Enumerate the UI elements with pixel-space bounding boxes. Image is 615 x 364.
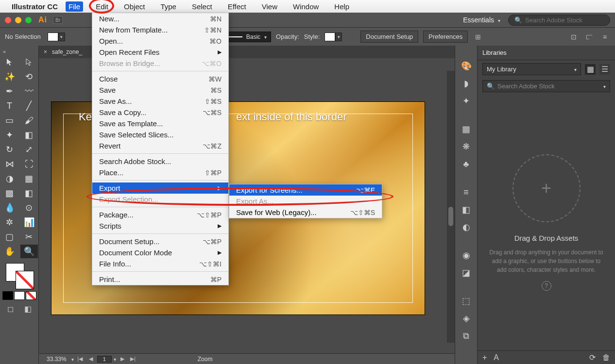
bridge-icon[interactable]: Br <box>53 16 63 24</box>
chevron-down-icon[interactable] <box>71 356 74 363</box>
close-tab-icon[interactable]: × <box>44 49 47 55</box>
gradient-tool[interactable]: ◧ <box>20 186 38 200</box>
menubar-item-type[interactable]: Type <box>157 1 179 12</box>
perspective-tool[interactable]: ▦ <box>20 172 38 185</box>
draw-normal-icon[interactable]: ◻ <box>2 303 19 314</box>
shaper-tool[interactable]: ✦ <box>1 128 18 142</box>
transparency-panel-icon[interactable]: ◐ <box>460 221 473 233</box>
search-input[interactable] <box>525 17 607 24</box>
artboards-panel-icon[interactable]: ⧉ <box>460 330 473 342</box>
zoom-tool[interactable]: 🔍 <box>20 245 38 258</box>
menu-item-document-color-mode[interactable]: Document Color Mode▶ <box>92 247 228 258</box>
menubar-item-file[interactable]: File <box>66 1 83 12</box>
color-guide-panel-icon[interactable]: ◗ <box>460 78 473 89</box>
menu-item-open-recent-files[interactable]: Open Recent Files▶ <box>92 47 228 58</box>
asset-export-panel-icon[interactable]: ◈ <box>460 313 473 324</box>
symbol-sprayer-tool[interactable]: ✲ <box>1 215 18 229</box>
cloud-sync-icon[interactable]: ⟳ <box>589 353 596 362</box>
library-drop-zone[interactable]: + Drag & Drop Assets Drag and drop anyth… <box>478 94 615 350</box>
color-panel-icon[interactable]: 🎨 <box>460 60 473 72</box>
width-tool[interactable]: ⋈ <box>1 157 18 171</box>
library-search[interactable]: 🔍 Search Adobe Stock <box>482 80 610 92</box>
document-setup-button[interactable]: Document Setup <box>360 31 418 43</box>
first-artboard-icon[interactable]: |◀ <box>76 356 85 362</box>
submenu-item-save-for-web-legacy[interactable]: Save for Web (Legacy)...⌥⇧⌘S <box>229 207 382 218</box>
mesh-tool[interactable]: ▩ <box>1 186 18 200</box>
menu-item-save[interactable]: Save⌘S <box>92 84 228 96</box>
direct-selection-tool[interactable] <box>20 55 38 69</box>
lasso-tool[interactable]: ⟲ <box>20 70 38 83</box>
options-icon[interactable]: ≡ <box>599 32 610 42</box>
fill-stroke-indicator[interactable] <box>6 263 33 288</box>
stroke-panel-icon[interactable]: ≡ <box>460 186 473 198</box>
menu-item-document-setup[interactable]: Document Setup...⌥⌘P <box>92 236 228 247</box>
slice-tool[interactable]: ✂ <box>20 230 38 244</box>
shape-builder-tool[interactable]: ◑ <box>1 172 18 185</box>
menubar-item-select[interactable]: Select <box>189 1 215 12</box>
library-selector[interactable]: My Library <box>482 63 581 75</box>
hand-tool[interactable]: ✋ <box>1 245 18 258</box>
prev-artboard-icon[interactable]: ◀ <box>86 356 95 362</box>
menu-item-save-as-template[interactable]: Save as Template... <box>92 118 228 129</box>
draw-behind-icon[interactable]: ◧ <box>19 303 37 314</box>
menubar-item-edit[interactable]: Edit <box>93 1 111 12</box>
search-adobe-stock[interactable]: 🔍 <box>508 15 610 26</box>
menu-item-save-a-copy[interactable]: Save a Copy...⌥⌘S <box>92 107 228 118</box>
symbols-panel-icon[interactable]: ❋ <box>460 141 473 152</box>
layers-panel-icon[interactable]: ⬚ <box>460 295 473 307</box>
zoom-window-icon[interactable] <box>25 17 32 23</box>
artboard-number-input[interactable] <box>97 356 112 363</box>
menubar-item-window[interactable]: Window <box>290 1 322 12</box>
eyedropper-tool[interactable]: 💧 <box>1 201 18 215</box>
transform-icon[interactable]: ⊡ <box>568 32 579 42</box>
menu-item-save-selected-slices[interactable]: Save Selected Slices... <box>92 129 228 140</box>
menu-item-save-as[interactable]: Save As...⇧⌘S <box>92 96 228 107</box>
clover-panel-icon[interactable]: ♣ <box>460 158 473 170</box>
submenu-item-export-for-screens[interactable]: Export for Screens...⌥⌘E <box>229 184 382 196</box>
stroke-swatch[interactable] <box>16 271 34 289</box>
collapse-toolbox-icon[interactable]: « <box>0 48 38 55</box>
column-graph-tool[interactable]: 📊 <box>20 215 38 229</box>
scrollbar-thumb[interactable] <box>448 207 453 226</box>
menu-item-open[interactable]: Open...⌘O <box>92 35 228 47</box>
workspace-switcher[interactable]: Essentials <box>463 16 500 24</box>
style-swatch-dropdown[interactable]: ▾ <box>325 33 342 41</box>
blend-tool[interactable]: ⊙ <box>20 201 38 215</box>
menu-item-new-from-template[interactable]: New from Template...⇧⌘N <box>92 24 228 35</box>
text-style-icon[interactable]: A <box>494 353 499 362</box>
artboard-tool[interactable]: ▢ <box>1 230 18 244</box>
preferences-button[interactable]: Preferences <box>423 31 468 43</box>
menu-item-close[interactable]: Close⌘W <box>92 73 228 84</box>
next-artboard-icon[interactable]: ▶ <box>118 356 127 362</box>
fill-swatch-dropdown[interactable]: ▾ <box>48 33 65 41</box>
pen-tool[interactable]: ✒ <box>1 84 18 98</box>
menubar-item-effect[interactable]: Effect <box>225 1 249 12</box>
menu-item-package[interactable]: Package...⌥⇧⌘P <box>92 209 228 220</box>
line-tool[interactable]: ╱ <box>20 99 38 113</box>
help-icon[interactable]: ? <box>542 281 551 291</box>
type-tool[interactable]: T <box>1 99 18 113</box>
menu-item-scripts[interactable]: Scripts▶ <box>92 220 228 232</box>
magic-wand-tool[interactable]: ✨ <box>1 70 18 83</box>
menubar-item-object[interactable]: Object <box>121 1 148 12</box>
color-mode-chip[interactable] <box>2 291 13 300</box>
add-content-icon[interactable]: + <box>482 353 487 362</box>
paintbrush-tool[interactable]: 🖌 <box>20 114 38 127</box>
gradient-mode-chip[interactable] <box>14 291 25 300</box>
menu-item-file-info[interactable]: File Info...⌥⇧⌘I <box>92 258 228 269</box>
libraries-tab[interactable]: Libraries <box>482 49 507 56</box>
align-panel-icon[interactable]: ⫍ <box>584 32 595 42</box>
scale-tool[interactable]: ⤢ <box>20 143 38 156</box>
free-transform-tool[interactable]: ⛶ <box>20 157 38 171</box>
brushes-panel-icon[interactable]: ▦ <box>460 123 473 135</box>
swatches-panel-icon[interactable]: ✦ <box>460 95 473 107</box>
none-mode-chip[interactable] <box>26 291 36 300</box>
appearance-panel-icon[interactable]: ◉ <box>460 249 473 261</box>
gradient-panel-icon[interactable]: ◧ <box>460 204 473 215</box>
curvature-tool[interactable]: 〰 <box>20 84 38 98</box>
document-tab-name[interactable]: safe_zone_ <box>52 49 82 55</box>
eraser-tool[interactable]: ◧ <box>20 128 38 142</box>
close-window-icon[interactable] <box>5 17 11 23</box>
rotate-tool[interactable]: ↻ <box>1 143 18 156</box>
grid-view-icon[interactable]: ▦ <box>585 64 596 75</box>
